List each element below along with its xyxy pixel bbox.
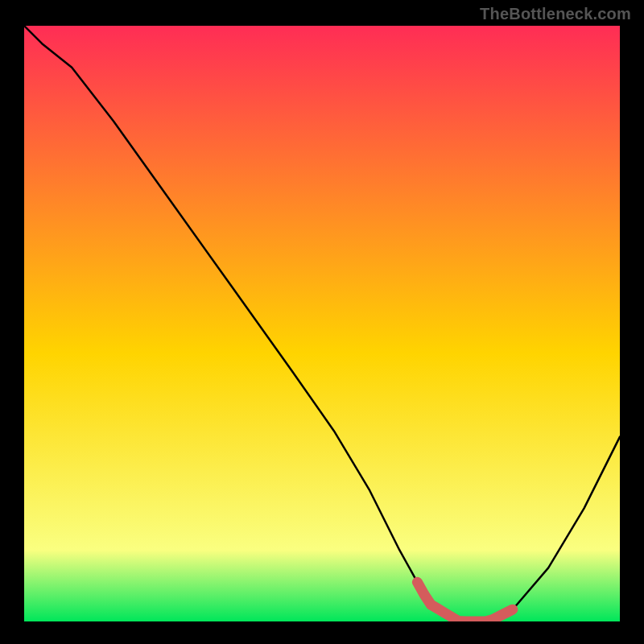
chart-area <box>24 26 620 621</box>
attribution-text: TheBottleneck.com <box>480 5 631 23</box>
bottleneck-chart-svg <box>24 26 620 621</box>
gradient-background <box>24 26 620 621</box>
